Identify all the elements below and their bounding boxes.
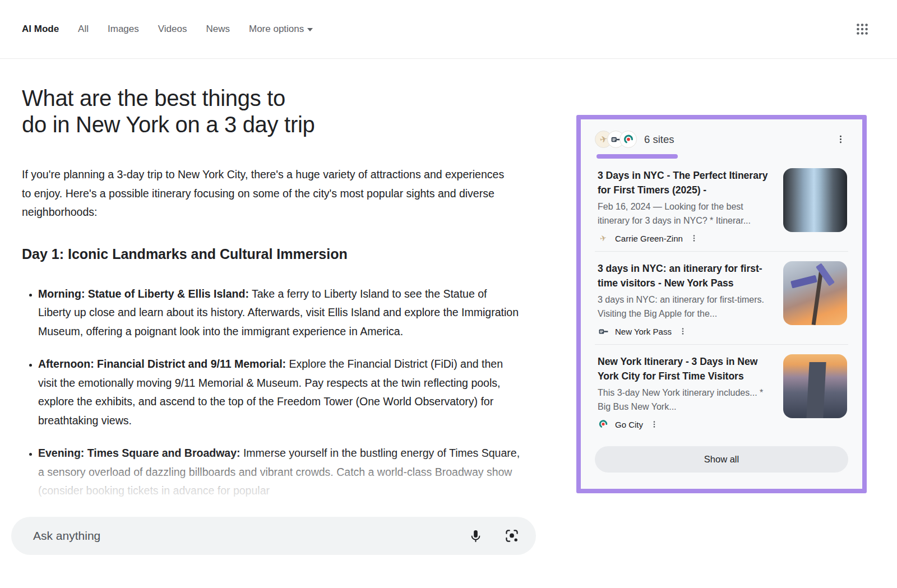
card-text-block: 3 days in NYC: an itinerary for first-ti… [598, 261, 774, 337]
three-dot-menu-icon [679, 327, 687, 335]
source-snippet: 3 days in NYC: an itinerary for first-ti… [598, 293, 774, 321]
source-snippet: This 3-day New York itinerary includes..… [598, 386, 774, 414]
panel-overflow-menu-button[interactable] [833, 132, 848, 147]
bullet-afternoon: Afternoon: Financial District and 9/11 M… [38, 355, 521, 430]
query-title: What are the best things to do in New Yo… [22, 85, 529, 138]
search-placeholder-text: Ask anything [33, 529, 468, 543]
tab-all[interactable]: All [78, 24, 89, 35]
show-all-button[interactable]: Show all [595, 446, 848, 473]
chevron-down-icon [307, 28, 313, 31]
source-attribution-row: ✈ Carrie Green-Zinn [598, 233, 774, 244]
source-favicon-cluster: ✈ [595, 131, 637, 148]
tab-images[interactable]: Images [108, 24, 139, 35]
accent-underline-bar [597, 154, 678, 159]
tab-news[interactable]: News [206, 24, 230, 35]
source-site-name: Carrie Green-Zinn [615, 234, 683, 243]
card-text-block: New York Itinerary - 3 Days in New York … [598, 354, 774, 430]
source-site-name: New York Pass [615, 327, 672, 336]
source-site-name: Go City [615, 420, 643, 429]
card-overflow-menu-button[interactable] [649, 419, 659, 429]
three-dot-menu-icon [690, 234, 698, 242]
voice-search-button[interactable] [468, 529, 483, 544]
ai-answer-column: What are the best things to do in New Yo… [22, 85, 529, 512]
sources-panel-header: ✈ 6 sites [595, 131, 848, 148]
three-dot-menu-icon [836, 135, 845, 144]
bullet-morning: Morning: Statue of Liberty & Ellis Islan… [38, 285, 521, 341]
day1-heading: Day 1: Iconic Landmarks and Cultural Imm… [22, 246, 529, 262]
source-card[interactable]: New York Itinerary - 3 Days in New York … [595, 345, 848, 437]
answer-intro-paragraph: If you're planning a 3-day trip to New Y… [22, 165, 515, 222]
card-overflow-menu-button[interactable] [689, 233, 699, 243]
source-card[interactable]: 3 days in NYC: an itinerary for first-ti… [595, 252, 848, 345]
sites-count-label: 6 sites [644, 133, 674, 146]
microphone-icon [469, 529, 483, 543]
source-link-title[interactable]: 3 days in NYC: an itinerary for first-ti… [598, 261, 774, 290]
itinerary-bullet-list: Morning: Statue of Liberty & Ellis Islan… [22, 285, 521, 501]
tab-ai-mode[interactable]: AI Mode [22, 24, 59, 35]
google-lens-button[interactable] [504, 529, 519, 544]
go-city-pin-icon [598, 419, 609, 430]
more-options-dropdown[interactable]: More options [249, 24, 313, 35]
source-card[interactable]: 3 Days in NYC - The Perfect Itinerary fo… [595, 159, 848, 252]
source-attribution-row: Go City [598, 419, 774, 430]
source-link-title[interactable]: New York Itinerary - 3 Days in New York … [598, 354, 774, 383]
source-attribution-row: New York Pass [598, 326, 774, 337]
lens-camera-icon [505, 529, 519, 543]
bullet-evening: Evening: Times Square and Broadway: Imme… [38, 444, 521, 501]
three-dot-menu-icon [650, 420, 658, 428]
article-thumbnail[interactable] [783, 261, 847, 325]
card-overflow-menu-button[interactable] [678, 326, 688, 336]
apps-grid-icon [855, 22, 870, 36]
source-snippet: Feb 16, 2024 — Looking for the best itin… [598, 200, 774, 228]
plane-favicon: ✈ [598, 233, 609, 244]
google-apps-button[interactable] [851, 18, 873, 40]
result-type-tabs: AI Mode All Images Videos News More opti… [22, 24, 313, 35]
top-navigation: AI Mode All Images Videos News More opti… [0, 0, 897, 59]
tab-videos[interactable]: Videos [158, 24, 187, 35]
article-thumbnail[interactable] [783, 354, 847, 418]
go-city-favicon [619, 131, 637, 148]
sources-panel: ✈ 6 sites [576, 115, 867, 493]
more-options-label: More options [249, 24, 304, 35]
ask-anything-input[interactable]: Ask anything [11, 517, 536, 555]
source-link-title[interactable]: 3 Days in NYC - The Perfect Itinerary fo… [598, 168, 774, 197]
new-york-pass-favicon [598, 326, 609, 337]
card-text-block: 3 Days in NYC - The Perfect Itinerary fo… [598, 168, 774, 244]
article-thumbnail[interactable] [783, 168, 847, 232]
